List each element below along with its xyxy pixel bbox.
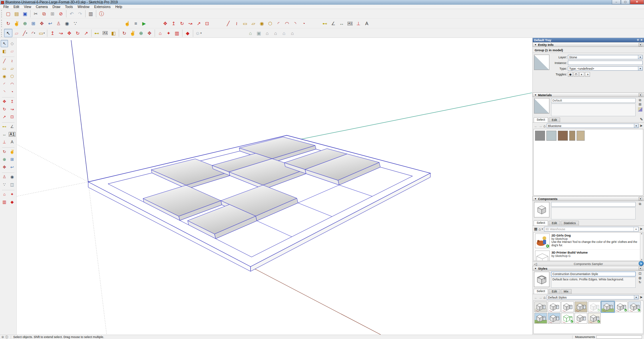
dimension-button[interactable]: ↔ xyxy=(1,131,8,138)
chevron-down-icon[interactable]: ▾ xyxy=(542,228,543,230)
protractor-button[interactable]: ∠ xyxy=(8,123,16,130)
components-tab-select[interactable]: Select xyxy=(534,220,548,225)
zoom-window-button[interactable]: ⊞ xyxy=(8,156,16,163)
axes-button[interactable]: ⊥ xyxy=(354,19,363,28)
rotated-rectangle-button[interactable]: ▱ xyxy=(8,65,16,72)
geolocation-icon[interactable]: ⊚ xyxy=(1,335,4,339)
menu-tools[interactable]: Tools xyxy=(63,5,75,9)
extension-manager-button[interactable]: ◆ xyxy=(183,29,192,37)
paste-button[interactable]: ⊞ xyxy=(48,10,57,18)
forward-icon[interactable]: → xyxy=(539,124,542,128)
style-thumbnail-7[interactable]: ▶ xyxy=(615,301,628,312)
rectangle-button[interactable]: ▭ xyxy=(1,65,8,72)
scale-button[interactable]: ↗ xyxy=(82,29,90,37)
menu-extensions[interactable]: Extensions xyxy=(92,5,113,9)
toolbar-drag-handle[interactable] xyxy=(1,20,3,27)
materials-close-icon[interactable]: ✕ xyxy=(639,93,642,97)
measurements-input[interactable] xyxy=(596,335,642,339)
freehand-button[interactable]: ≀ xyxy=(8,57,16,65)
threed-warehouse-button[interactable]: ⌂ xyxy=(1,191,8,198)
freehand-button[interactable]: ≀ xyxy=(232,19,241,28)
viewport-3d-scene[interactable] xyxy=(17,38,532,335)
follow-me-button[interactable]: ↝ xyxy=(8,106,16,113)
create-material-icon[interactable]: ⊞ xyxy=(639,103,641,106)
material-swatch-bluestone-tan[interactable] xyxy=(569,131,575,141)
paint-sample-swatch[interactable] xyxy=(638,107,642,112)
menu-view[interactable]: View xyxy=(21,5,34,9)
tray-header[interactable]: Default Tray ✛ ✕ xyxy=(533,38,644,42)
orbit-button[interactable]: ↻ xyxy=(1,148,8,155)
styles-thumbnail-list[interactable]: ▶▶▶▶▶ xyxy=(533,300,643,334)
zoom-window-button[interactable]: ⊞ xyxy=(29,19,38,28)
open-file-button[interactable]: ▤ xyxy=(12,10,21,18)
model-viewport[interactable] xyxy=(17,38,532,335)
move-button[interactable]: ✥ xyxy=(161,19,169,28)
polygon-button[interactable]: ⬡ xyxy=(266,19,274,28)
components-close-icon[interactable]: ✕ xyxy=(639,197,642,201)
text-button[interactable]: A1 xyxy=(346,19,354,28)
redo-button[interactable]: ↷ xyxy=(76,10,84,18)
warehouse-nav-button[interactable]: ➤ xyxy=(639,261,644,266)
styles-tab-mix[interactable]: Mix xyxy=(561,289,572,294)
materials-list[interactable] xyxy=(533,129,643,196)
scroll-up-icon[interactable]: ▲ xyxy=(641,232,643,234)
style-thumbnail-1[interactable] xyxy=(534,301,547,312)
tape-measure-button[interactable]: ⊷ xyxy=(93,29,101,37)
menu-camera[interactable]: Camera xyxy=(34,5,50,9)
zoom-button[interactable]: ⊕ xyxy=(137,29,145,37)
toggle-receive-shadows-icon[interactable]: ◑ xyxy=(585,72,590,77)
threed-warehouse-button[interactable]: ⌂ xyxy=(156,29,164,37)
back-icon[interactable]: ← xyxy=(534,124,538,128)
position-camera-button[interactable]: ♙ xyxy=(1,173,8,181)
zoom-previous-button[interactable]: ↩ xyxy=(8,163,16,171)
entity-info-close-icon[interactable]: ✕ xyxy=(639,43,642,47)
move-button[interactable]: ✥ xyxy=(65,29,73,37)
component-name-field[interactable] xyxy=(551,202,636,207)
style-thumbnail-4[interactable] xyxy=(575,301,587,312)
components-scrollbar[interactable]: ▲ ▼ xyxy=(640,232,643,261)
circle-button[interactable]: ◉ xyxy=(258,19,266,28)
offset-button[interactable]: ⊡ xyxy=(8,113,16,121)
offset-button[interactable]: ⊡ xyxy=(203,19,211,28)
scale-button[interactable]: ↗ xyxy=(1,113,8,121)
minimize-button[interactable]: – xyxy=(612,0,621,4)
layer-select[interactable]: Stone ▾ xyxy=(568,55,643,59)
toggle-lock-icon[interactable]: ⊓ xyxy=(574,72,579,77)
move-button[interactable]: ✥ xyxy=(1,98,8,105)
extension-warehouse-button[interactable]: ✦ xyxy=(8,191,16,198)
view-front-button[interactable]: ⌂ xyxy=(263,29,271,37)
chevron-down-icon[interactable]: ▾ xyxy=(44,32,45,35)
menu-edit[interactable]: Edit xyxy=(11,5,21,9)
instance-input[interactable] xyxy=(568,61,643,65)
chevron-down-icon[interactable]: ▾ xyxy=(638,55,642,59)
secondary-pane-icon[interactable]: ⧉ xyxy=(639,98,641,102)
erase-button[interactable]: ⊘ xyxy=(57,10,65,18)
zoom-previous-button[interactable]: ↩ xyxy=(46,19,54,28)
materials-tab-select[interactable]: Select xyxy=(534,117,548,122)
style-thumbnail-6[interactable] xyxy=(601,301,614,312)
polygon-button[interactable]: ⬡ xyxy=(8,73,16,80)
material-swatch-bluestone-blue-gray[interactable] xyxy=(546,131,556,141)
material-swatch-bluestone-gray[interactable] xyxy=(535,131,545,141)
three-point-arc-button[interactable]: ◝ xyxy=(1,88,8,95)
text-button[interactable]: A1 xyxy=(101,29,109,37)
rectangle-button[interactable]: ▭ xyxy=(241,19,249,28)
scale-button[interactable]: ↗ xyxy=(195,19,203,28)
rotated-rectangle-button[interactable]: ▱ xyxy=(249,19,258,28)
in-model-components-icon[interactable]: ⌂ xyxy=(538,227,541,231)
extension-warehouse-button[interactable]: ✦ xyxy=(164,29,173,37)
component-options-button[interactable]: ≡ xyxy=(131,19,140,28)
secondary-pane-icon[interactable]: ⧉ xyxy=(639,202,641,206)
chevron-down-icon[interactable]: ▾ xyxy=(634,124,638,128)
pan-button[interactable]: ✌ xyxy=(128,29,137,37)
send-to-layout-button[interactable]: ▥ xyxy=(1,198,8,206)
look-around-button[interactable]: ◉ xyxy=(63,19,71,28)
details-arrow-icon[interactable]: ➤ xyxy=(640,227,643,231)
model-info-button[interactable]: ⓘ xyxy=(97,10,106,18)
help-icon[interactable]: ⓘ xyxy=(5,335,8,339)
line-button[interactable]: ╱ xyxy=(224,19,232,28)
chevron-down-icon[interactable]: ▾ xyxy=(200,32,202,35)
component-result-row[interactable]: ▶2D Girls Dogby SketchUpUse the Interact… xyxy=(534,232,643,250)
view-left-button[interactable]: ⌂ xyxy=(288,29,297,37)
menu-help[interactable]: Help xyxy=(113,5,125,9)
